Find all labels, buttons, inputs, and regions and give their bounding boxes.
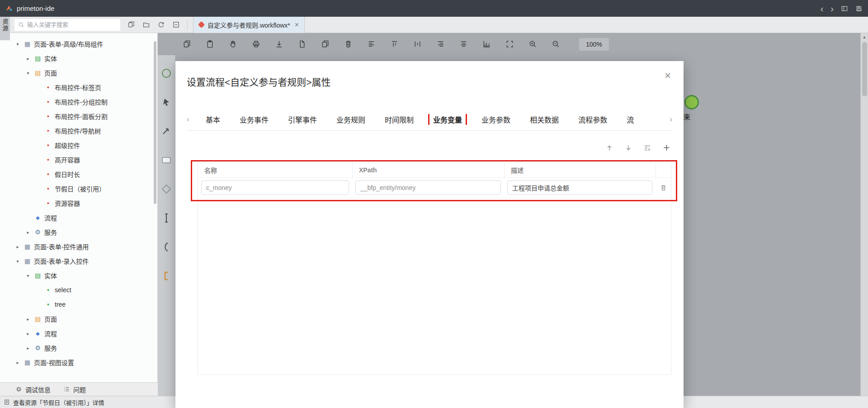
debug-info-item[interactable]: 调试信息: [15, 385, 51, 394]
dialog-tab[interactable]: 业务规则: [336, 114, 365, 125]
fit-screen-icon[interactable]: [505, 40, 514, 48]
folder-icon[interactable]: [142, 21, 150, 28]
search-input[interactable]: [27, 21, 117, 28]
dialog-tab[interactable]: 业务事件: [240, 114, 269, 125]
align-right-icon[interactable]: [436, 40, 445, 48]
move-up-icon[interactable]: [605, 144, 613, 152]
tree-expand-icon[interactable]: ▸: [25, 331, 31, 336]
tree-expand-icon[interactable]: ▾: [25, 71, 31, 76]
connector-tool[interactable]: [161, 126, 172, 137]
tree-item[interactable]: ▸⚙服务: [0, 341, 157, 355]
zoom-in-icon[interactable]: [528, 40, 537, 48]
save-icon[interactable]: [855, 5, 863, 12]
align-center-icon[interactable]: [459, 40, 468, 48]
tree-item[interactable]: ▸▦页面-表单-控件通用: [0, 239, 157, 254]
download-icon[interactable]: [275, 40, 283, 48]
hand-icon[interactable]: [229, 40, 237, 48]
dialog-tab[interactable]: 流: [627, 114, 634, 125]
zoom-level-badge[interactable]: 100%: [579, 38, 609, 51]
move-down-icon[interactable]: [624, 144, 632, 152]
tree-item[interactable]: ●select: [0, 283, 157, 297]
tree-item[interactable]: ▾▦页面-表单-高级/布局组件: [0, 37, 157, 51]
start-node-tool[interactable]: [161, 68, 172, 79]
tree-item[interactable]: ▾▦页面-表单-录入控件: [0, 254, 157, 268]
name-input[interactable]: [201, 180, 349, 195]
zoom-out-icon[interactable]: [552, 40, 560, 48]
tree-expand-icon[interactable]: ▸: [14, 244, 21, 249]
detail-view-icon[interactable]: [643, 144, 651, 152]
scrollbar-thumb[interactable]: [862, 42, 867, 96]
tree-item[interactable]: ◆流程: [0, 210, 157, 225]
dialog-tab[interactable]: 相关数据: [530, 114, 559, 125]
collapse-all-icon[interactable]: [172, 21, 180, 28]
link-editor-icon[interactable]: [127, 21, 135, 28]
align-top-icon[interactable]: [390, 40, 399, 48]
tree-item[interactable]: ▸▤实体: [0, 51, 157, 66]
task-node-tool[interactable]: [161, 155, 172, 166]
tree-expand-icon[interactable]: ▸: [25, 346, 31, 351]
tree-item[interactable]: ▸⚙服务: [0, 225, 157, 239]
tree-item[interactable]: ▾▤实体: [0, 268, 157, 283]
dialog-tab[interactable]: 时间限制: [385, 114, 414, 125]
tree-expand-icon[interactable]: ▸: [25, 56, 31, 61]
subprocess-tool[interactable]: [161, 242, 172, 252]
distribute-icon[interactable]: [413, 40, 422, 48]
dialog-tab[interactable]: 流程参数: [578, 114, 607, 125]
duplicate-icon[interactable]: [183, 40, 191, 48]
gateway-node-tool[interactable]: [161, 184, 172, 195]
tree-item[interactable]: ●布局控件-标签页: [0, 80, 157, 95]
dialog-close-icon[interactable]: ×: [665, 70, 671, 81]
canvas-scrollbar[interactable]: ▲ ▼: [860, 33, 868, 408]
delete-icon[interactable]: [344, 40, 353, 48]
tree-expand-icon[interactable]: ▸: [25, 230, 31, 235]
tree-item[interactable]: ●布局控件-分组控制: [0, 95, 157, 109]
dialog-tab[interactable]: 基本: [206, 114, 220, 125]
layout-icon[interactable]: [841, 5, 848, 12]
dialog-tab[interactable]: 业务参数: [481, 114, 510, 125]
tree-item[interactable]: ●资源容器: [0, 196, 157, 210]
editor-tab[interactable]: 自定义参与者规则.workflowx* ×: [193, 17, 305, 33]
tabs-scroll-right-icon[interactable]: ›: [665, 116, 672, 123]
tree-item[interactable]: ▸▦页面-视图设置: [0, 355, 157, 370]
delete-row-icon[interactable]: [660, 184, 667, 192]
dialog-tab[interactable]: 引擎事件: [288, 114, 317, 125]
tree-item[interactable]: ●tree: [0, 297, 157, 312]
scroll-up-icon[interactable]: ▲: [863, 35, 867, 39]
tree-item[interactable]: ▸▤页面: [0, 312, 157, 326]
resources-side-tab[interactable]: 资源: [0, 17, 10, 40]
refresh-icon[interactable]: [157, 21, 165, 28]
tree-item[interactable]: ▸◆流程: [0, 326, 157, 341]
tree-expand-icon[interactable]: ▸: [25, 317, 31, 322]
history-back-icon[interactable]: ‹: [821, 4, 824, 13]
end-node[interactable]: [684, 95, 699, 109]
tree-item[interactable]: ●高开容器: [0, 152, 157, 167]
tree-item[interactable]: ●布局控件-面板分割: [0, 109, 157, 123]
tree-expand-icon[interactable]: ▾: [14, 259, 21, 264]
tree-item[interactable]: ●超级控件: [0, 138, 157, 152]
add-variable-icon[interactable]: [662, 143, 671, 152]
tree-expand-icon[interactable]: ▾: [14, 42, 21, 47]
tabs-scroll-left-icon[interactable]: ‹: [187, 116, 194, 123]
history-forward-icon[interactable]: ›: [830, 4, 834, 13]
problems-item[interactable]: 问题: [63, 385, 86, 394]
file-icon[interactable]: [298, 40, 307, 48]
tree-item[interactable]: ●节假日（被引用）: [0, 181, 157, 196]
print-icon[interactable]: [252, 40, 260, 48]
tab-close-icon[interactable]: ×: [295, 21, 299, 28]
lane-tool[interactable]: [161, 213, 172, 223]
tree-item[interactable]: ▾▤页面: [0, 66, 157, 80]
description-input[interactable]: [507, 180, 652, 195]
clipboard-icon[interactable]: [206, 40, 214, 48]
copy-icon[interactable]: [321, 40, 330, 48]
tree-scrollbar[interactable]: [154, 41, 156, 204]
search-box[interactable]: [14, 19, 120, 31]
chart-icon[interactable]: [482, 40, 491, 48]
xpath-input[interactable]: [355, 180, 501, 195]
tree-expand-icon[interactable]: ▾: [25, 273, 31, 278]
dialog-tab-active[interactable]: 业务变量: [433, 114, 462, 125]
tree-expand-icon[interactable]: ▸: [14, 360, 21, 365]
align-left-icon[interactable]: [367, 40, 376, 48]
tree-item[interactable]: ●布局控件/导航树: [0, 123, 157, 138]
pool-tool[interactable]: [161, 270, 172, 281]
tree-item[interactable]: ●假日时长: [0, 167, 157, 181]
